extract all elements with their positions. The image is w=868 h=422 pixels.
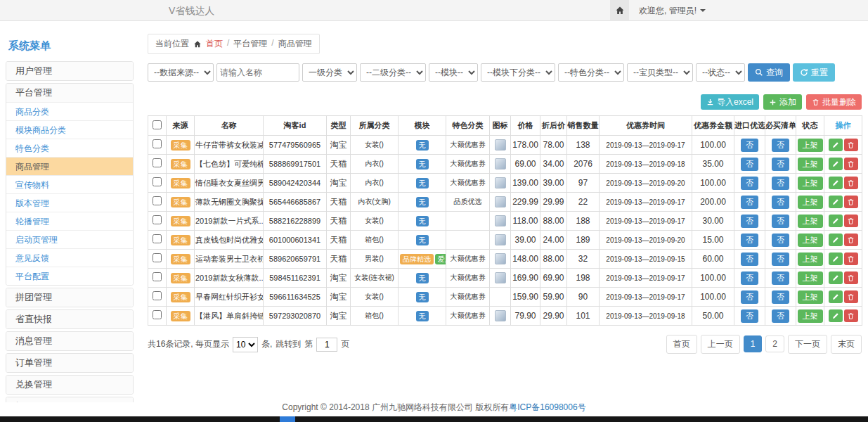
edit-button[interactable] [829, 309, 843, 322]
add-button[interactable]: 添加 [763, 94, 802, 110]
feature-category-select[interactable]: --特色分类-- [558, 63, 624, 82]
imported-toggle-button[interactable]: 否 [741, 252, 758, 266]
delete-button[interactable] [844, 158, 858, 170]
must-buy-toggle-button[interactable]: 否 [772, 309, 789, 323]
page-button[interactable]: 末页 [831, 335, 862, 354]
row-checkbox[interactable] [153, 139, 162, 148]
edit-button[interactable] [829, 290, 843, 303]
sidebar-item[interactable]: 商品分类 [6, 102, 133, 120]
row-checkbox[interactable] [153, 253, 162, 262]
reset-button[interactable]: 重置 [793, 63, 835, 82]
status-button[interactable]: 上架 [798, 234, 823, 247]
edit-button[interactable] [829, 196, 843, 208]
status-button[interactable]: 上架 [798, 309, 823, 323]
edit-button[interactable] [829, 139, 843, 151]
sidebar-item[interactable]: 模块商品分类 [6, 120, 133, 139]
select-all-checkbox[interactable] [153, 120, 162, 129]
per-page-select[interactable]: 10 [233, 337, 258, 352]
sidebar-section-header[interactable]: 订单管理 [6, 354, 133, 372]
breadcrumb-home-link[interactable]: 首页 [206, 38, 223, 50]
row-checkbox[interactable] [153, 158, 162, 167]
imported-toggle-button[interactable]: 否 [741, 290, 758, 304]
home-button[interactable] [610, 0, 629, 21]
icp-link[interactable]: 粤ICP备16098006号 [509, 402, 585, 412]
sidebar-item[interactable]: 版本管理 [6, 193, 133, 212]
sidebar-section-header[interactable]: 省直快报 [6, 310, 133, 328]
imported-toggle-button[interactable]: 否 [741, 234, 758, 247]
sidebar-item[interactable]: 意见反馈 [6, 248, 133, 267]
imported-toggle-button[interactable]: 否 [741, 271, 758, 285]
imported-toggle-button[interactable]: 否 [741, 196, 758, 209]
imported-toggle-button[interactable]: 否 [741, 177, 758, 190]
row-checkbox[interactable] [153, 196, 162, 205]
row-checkbox[interactable] [153, 177, 162, 186]
edit-button[interactable] [829, 158, 843, 170]
breadcrumb-item[interactable]: 平台管理 [233, 38, 267, 50]
sidebar-item[interactable]: 启动页管理 [6, 230, 133, 248]
status-button[interactable]: 上架 [798, 290, 823, 304]
edit-button[interactable] [829, 215, 843, 227]
row-checkbox[interactable] [153, 234, 162, 243]
edit-button[interactable] [829, 271, 843, 284]
must-buy-toggle-button[interactable]: 否 [772, 139, 789, 152]
imported-toggle-button[interactable]: 否 [741, 309, 758, 323]
page-button[interactable]: 1 [744, 335, 763, 352]
must-buy-toggle-button[interactable]: 否 [772, 271, 789, 285]
sidebar-section-header[interactable]: 拼团管理 [6, 288, 133, 307]
delete-button[interactable] [844, 139, 858, 151]
sidebar-section-header[interactable]: 兑换管理 [6, 376, 133, 394]
level1-category-select[interactable]: 一级分类 [302, 63, 357, 82]
page-jump-input[interactable] [316, 338, 337, 352]
user-menu[interactable]: 欢迎您, 管理员! [639, 5, 706, 17]
sidebar-item[interactable]: 轮播管理 [6, 212, 133, 230]
must-buy-toggle-button[interactable]: 否 [772, 177, 789, 190]
module-sub-category-select[interactable]: --模块下分类-- [481, 63, 555, 82]
row-checkbox[interactable] [153, 291, 162, 300]
sidebar-item[interactable]: 宣传物料 [6, 175, 133, 193]
imported-toggle-button[interactable]: 否 [741, 158, 758, 171]
import-excel-button[interactable]: 导入excel [701, 94, 759, 110]
item-type-select[interactable]: --宝贝类型-- [627, 63, 693, 82]
delete-button[interactable] [844, 290, 858, 303]
status-button[interactable]: 上架 [798, 158, 823, 171]
status-button[interactable]: 上架 [798, 271, 823, 285]
page-button[interactable]: 上一页 [701, 335, 740, 354]
edit-button[interactable] [829, 234, 843, 246]
sidebar-section-header[interactable]: 用户管理 [6, 62, 133, 80]
row-checkbox[interactable] [153, 215, 162, 224]
edit-button[interactable] [829, 177, 843, 189]
status-button[interactable]: 上架 [798, 252, 823, 266]
must-buy-toggle-button[interactable]: 否 [772, 215, 789, 228]
breadcrumb-item[interactable]: 商品管理 [278, 38, 312, 50]
imported-toggle-button[interactable]: 否 [741, 139, 758, 152]
data-source-select[interactable]: --数据来源-- [148, 63, 214, 82]
sidebar-item[interactable]: 特色分类 [6, 139, 133, 157]
row-checkbox[interactable] [153, 272, 162, 281]
imported-toggle-button[interactable]: 否 [741, 215, 758, 228]
must-buy-toggle-button[interactable]: 否 [772, 196, 789, 209]
must-buy-toggle-button[interactable]: 否 [772, 290, 789, 304]
module-select[interactable]: --模块-- [429, 63, 478, 82]
status-button[interactable]: 上架 [798, 196, 823, 209]
status-button[interactable]: 上架 [798, 215, 823, 228]
delete-button[interactable] [844, 271, 858, 284]
page-button[interactable]: 2 [765, 335, 784, 352]
name-input[interactable] [216, 63, 299, 82]
edit-button[interactable] [829, 252, 843, 265]
delete-button[interactable] [844, 252, 858, 265]
delete-button[interactable] [844, 177, 858, 189]
delete-button[interactable] [844, 196, 858, 208]
delete-button[interactable] [844, 309, 858, 322]
sidebar-section-header[interactable]: 平台管理 [6, 84, 133, 102]
page-button[interactable]: 下一页 [788, 335, 827, 354]
delete-button[interactable] [844, 234, 858, 246]
status-button[interactable]: 上架 [798, 139, 823, 152]
page-button[interactable]: 首页 [666, 335, 697, 354]
must-buy-toggle-button[interactable]: 否 [772, 252, 789, 266]
sidebar-section-header[interactable]: 消息管理 [6, 332, 133, 350]
sidebar-item[interactable]: 平台配置 [6, 267, 133, 285]
must-buy-toggle-button[interactable]: 否 [772, 158, 789, 171]
must-buy-toggle-button[interactable]: 否 [772, 234, 789, 247]
query-button[interactable]: 查询 [748, 63, 790, 82]
row-checkbox[interactable] [153, 310, 162, 319]
